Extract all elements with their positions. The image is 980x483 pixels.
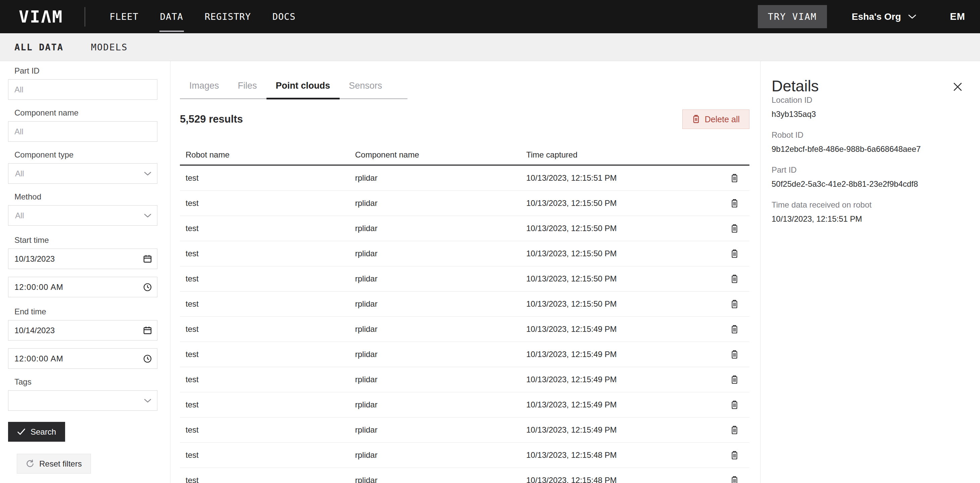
cell-time-captured: 10/13/2023, 12:15:49 PM (520, 324, 724, 334)
results-count: 5,529 results (180, 113, 243, 125)
nav-item-registry[interactable]: REGISTRY (203, 9, 253, 24)
close-details-button[interactable] (951, 80, 964, 94)
cell-component-name: rplidar (349, 375, 520, 384)
cell-time-captured: 10/13/2023, 12:15:50 PM (520, 249, 724, 258)
table-row[interactable]: test rplidar 10/13/2023, 12:15:48 PM (180, 468, 749, 483)
table-row[interactable]: test rplidar 10/13/2023, 12:15:49 PM (180, 342, 749, 367)
trash-icon (731, 400, 738, 410)
details-title: Details (772, 77, 819, 95)
search-button-label: Search (30, 427, 56, 437)
cell-robot-name: test (180, 375, 349, 384)
cell-component-name: rplidar (349, 299, 520, 309)
cell-time-captured: 10/13/2023, 12:15:50 PM (520, 199, 724, 208)
tab-point-clouds[interactable]: Point clouds (266, 81, 340, 99)
nav-item-docs[interactable]: DOCS (270, 9, 298, 24)
table-row[interactable]: test rplidar 10/13/2023, 12:15:49 PM (180, 367, 749, 392)
end-time-input[interactable] (8, 348, 158, 369)
org-name: Esha's Org (852, 11, 901, 22)
table-row[interactable]: test rplidar 10/13/2023, 12:15:50 PM (180, 292, 749, 317)
delete-row-button[interactable] (729, 349, 740, 360)
start-date-input[interactable] (8, 249, 158, 269)
detail-value: 10/13/2023, 12:15:51 PM (772, 214, 964, 224)
end-date-input[interactable] (8, 320, 158, 341)
cell-robot-name: test (180, 224, 349, 233)
cell-component-name: rplidar (349, 450, 520, 460)
table-row[interactable]: test rplidar 10/13/2023, 12:15:50 PM (180, 266, 749, 292)
detail-label: Time data received on robot (772, 200, 964, 210)
table-row[interactable]: test rplidar 10/13/2023, 12:15:48 PM (180, 443, 749, 468)
cell-robot-name: test (180, 324, 349, 334)
tab-models[interactable]: MODELS (91, 42, 128, 53)
close-icon (953, 82, 963, 92)
delete-row-button[interactable] (729, 273, 740, 285)
cell-robot-name: test (180, 350, 349, 359)
delete-row-button[interactable] (729, 172, 740, 184)
delete-row-button[interactable] (729, 198, 740, 209)
trash-icon (731, 375, 738, 384)
try-viam-button[interactable]: TRY VIAM (758, 5, 827, 28)
search-button[interactable]: Search (8, 422, 65, 442)
trash-icon (731, 476, 738, 483)
table-row[interactable]: test rplidar 10/13/2023, 12:15:50 PM (180, 216, 749, 241)
cell-component-name: rplidar (349, 350, 520, 359)
trash-icon (731, 174, 738, 183)
detail-part-id: Part ID 50f25de2-5a3c-41e2-8b81-23e2f9b4… (772, 165, 964, 189)
trash-icon (731, 249, 738, 258)
table-row[interactable]: test rplidar 10/13/2023, 12:15:50 PM (180, 191, 749, 216)
table-row[interactable]: test rplidar 10/13/2023, 12:15:49 PM (180, 317, 749, 342)
table-row[interactable]: test rplidar 10/13/2023, 12:15:49 PM (180, 418, 749, 443)
delete-row-button[interactable] (729, 248, 740, 260)
delete-all-button[interactable]: Delete all (682, 110, 749, 129)
component-name-input[interactable] (8, 121, 158, 142)
nav-divider (84, 7, 85, 27)
part-id-input[interactable] (8, 79, 158, 100)
component-type-select[interactable]: All (8, 163, 158, 184)
table-row[interactable]: test rplidar 10/13/2023, 12:15:51 PM (180, 166, 749, 191)
cell-time-captured: 10/13/2023, 12:15:51 PM (520, 173, 724, 183)
table-body: test rplidar 10/13/2023, 12:15:51 PM (180, 166, 749, 483)
detail-label: Part ID (772, 165, 964, 175)
delete-row-button[interactable] (729, 374, 740, 386)
tab-sensors[interactable]: Sensors (340, 81, 392, 99)
delete-row-button[interactable] (729, 298, 740, 310)
delete-row-button[interactable] (729, 450, 740, 461)
chevron-down-icon (144, 171, 152, 176)
trash-icon (731, 350, 738, 359)
cell-time-captured: 10/13/2023, 12:15:48 PM (520, 476, 724, 483)
start-time-label: Start time (14, 235, 158, 245)
cell-robot-name: test (180, 299, 349, 309)
delete-row-button[interactable] (729, 475, 740, 483)
trash-icon (731, 300, 738, 309)
reset-filters-button[interactable]: Reset filters (17, 454, 91, 473)
cell-time-captured: 10/13/2023, 12:15:50 PM (520, 274, 724, 284)
delete-row-button[interactable] (729, 424, 740, 436)
cell-component-name: rplidar (349, 425, 520, 435)
method-value: All (15, 211, 24, 220)
avatar[interactable]: EM (950, 11, 966, 22)
detail-value: h3yb135aq3 (772, 109, 964, 119)
cell-robot-name: test (180, 425, 349, 435)
cell-component-name: rplidar (349, 476, 520, 483)
primary-nav: FLEET DATA REGISTRY DOCS (107, 9, 315, 24)
method-select[interactable]: All (8, 205, 158, 226)
tab-images[interactable]: Images (180, 81, 229, 99)
delete-row-button[interactable] (729, 324, 740, 335)
org-switcher[interactable]: Esha's Org (852, 11, 916, 22)
table-row[interactable]: test rplidar 10/13/2023, 12:15:49 PM (180, 392, 749, 418)
cell-component-name: rplidar (349, 274, 520, 284)
start-time-input[interactable] (8, 277, 158, 297)
viam-logo[interactable]: VIΛM (19, 8, 63, 25)
delete-row-button[interactable] (729, 399, 740, 411)
table-header: Robot name Component name Time captured (180, 145, 749, 166)
tags-select[interactable] (8, 390, 158, 411)
tab-files[interactable]: Files (229, 81, 266, 99)
trash-icon (731, 426, 738, 435)
trash-icon (731, 224, 738, 233)
tab-all-data[interactable]: ALL DATA (14, 42, 64, 53)
cell-component-name: rplidar (349, 324, 520, 334)
table-row[interactable]: test rplidar 10/13/2023, 12:15:50 PM (180, 241, 749, 266)
delete-row-button[interactable] (729, 223, 740, 234)
nav-item-fleet[interactable]: FLEET (107, 9, 140, 24)
nav-item-data[interactable]: DATA (158, 9, 185, 24)
main-content: Images Files Point clouds Sensors 5,529 … (170, 61, 760, 483)
